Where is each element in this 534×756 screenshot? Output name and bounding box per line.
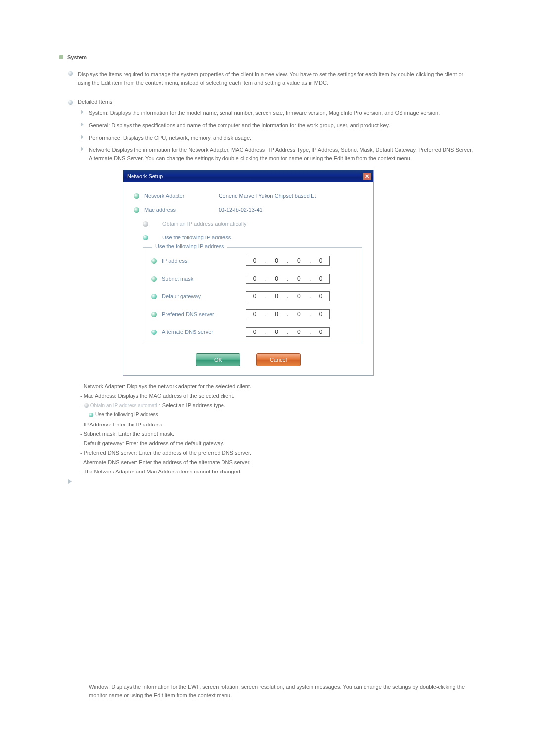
- section-title: System: [67, 54, 87, 60]
- ip-manual-row: Use the following IP address: [143, 235, 362, 240]
- ok-button[interactable]: OK: [196, 353, 240, 366]
- inline-label: Use the following IP address: [95, 411, 158, 419]
- field-label: IP address: [162, 258, 246, 264]
- octet[interactable]: 0: [293, 293, 304, 300]
- octet[interactable]: 0: [315, 329, 326, 335]
- octet[interactable]: 0: [315, 257, 326, 264]
- ip-address-input[interactable]: 0. 0. 0. 0: [246, 256, 330, 266]
- dot-icon: [151, 312, 157, 317]
- network-setup-dialog: Network Setup ✕ Network Adapter Generic …: [123, 170, 374, 376]
- arrow-icon: [81, 110, 85, 117]
- octet[interactable]: 0: [249, 329, 260, 335]
- inline-option-manual: Use the following IP address: [89, 411, 158, 419]
- octet[interactable]: 0: [249, 293, 260, 300]
- dialog-screenshot: Network Setup ✕ Network Adapter Generic …: [123, 170, 475, 376]
- ip-manual-label: Use the following IP address: [162, 235, 231, 240]
- dialog-title: Network Setup: [127, 173, 163, 179]
- adapter-value: Generic Marvell Yukon Chipset based Et: [219, 193, 316, 199]
- arrow-icon: [81, 147, 85, 163]
- field-label: Alternate DNS server: [162, 329, 246, 335]
- gateway-input[interactable]: 0. 0. 0. 0: [246, 291, 330, 301]
- fieldset-legend: Use the following IP address: [152, 243, 227, 249]
- list-text: General: Displays the specifications and…: [89, 121, 390, 130]
- inline-label: Obtain an IP address automati: [90, 402, 157, 410]
- notes-block: - Network Adapter: Displays the network …: [80, 382, 475, 476]
- adapter-label: Network Adapter: [144, 193, 219, 199]
- mac-value: 00-12-fb-02-13-41: [219, 207, 263, 213]
- octet[interactable]: 0: [271, 293, 282, 300]
- section-bullet-icon: [59, 55, 63, 59]
- octet[interactable]: 0: [293, 329, 304, 335]
- section-header: System: [59, 54, 475, 60]
- alternate-dns-row: Alternate DNS server 0. 0. 0. 0: [151, 327, 354, 337]
- ip-address-row: IP address 0. 0. 0. 0: [151, 256, 354, 266]
- dot-icon: [151, 258, 157, 264]
- dot-icon: [134, 207, 139, 213]
- octet[interactable]: 0: [293, 275, 304, 282]
- ip-fieldset: Use the following IP address IP address …: [143, 247, 362, 344]
- alternate-dns-input[interactable]: 0. 0. 0. 0: [246, 327, 330, 337]
- radio-icon: [84, 403, 89, 408]
- gateway-row: Default gateway 0. 0. 0. 0: [151, 291, 354, 301]
- list-text: Performance: Displays the CPU, network, …: [89, 134, 251, 142]
- octet[interactable]: 0: [249, 311, 260, 318]
- octet[interactable]: 0: [249, 257, 260, 264]
- octet[interactable]: 0: [315, 311, 326, 318]
- note-suffix: : Select an IP address type.: [159, 401, 225, 410]
- cancel-button[interactable]: Cancel: [256, 353, 301, 366]
- octet[interactable]: 0: [315, 293, 326, 300]
- arrow-icon: [81, 122, 85, 130]
- note-line: - Altermate DNS server: Enter the addres…: [80, 458, 475, 467]
- radio-icon[interactable]: [143, 221, 148, 227]
- octet[interactable]: 0: [271, 311, 282, 318]
- octet[interactable]: 0: [293, 311, 304, 318]
- note-prefix: -: [80, 401, 82, 410]
- dot-icon: [151, 276, 157, 282]
- detailed-title: Detailed Items: [78, 99, 112, 105]
- bottom-paragraph: Window: Displays the information for the…: [89, 683, 475, 700]
- bullet-icon: [68, 71, 73, 76]
- note-line: - The Network Adapter and Mac Address it…: [80, 468, 475, 476]
- close-icon[interactable]: ✕: [363, 173, 371, 180]
- list-item: Performance: Displays the CPU, network, …: [80, 134, 475, 142]
- titlebar: Network Setup ✕: [123, 170, 373, 182]
- note-line: - IP Address: Enter the IP address.: [80, 421, 475, 429]
- octet[interactable]: 0: [271, 257, 282, 264]
- adapter-row: Network Adapter Generic Marvell Yukon Ch…: [134, 193, 362, 199]
- note-line: - Preferred DNS server: Enter the addres…: [80, 449, 475, 457]
- detailed-header: Detailed Items: [68, 99, 475, 105]
- dot-icon: [151, 330, 157, 335]
- note-line: Use the following IP address: [87, 411, 475, 419]
- radio-icon: [89, 413, 93, 417]
- page-content: System Displays the items required to ma…: [0, 0, 534, 724]
- list-item: Network: Displays the information for th…: [80, 146, 475, 163]
- octet[interactable]: 0: [271, 275, 282, 282]
- field-label: Default gateway: [162, 293, 246, 299]
- arrow-icon: [68, 479, 475, 485]
- subnet-row: Subnet mask 0. 0. 0. 0: [151, 274, 354, 284]
- button-row: OK Cancel: [134, 353, 362, 366]
- inline-option-auto: Obtain an IP address automati: [84, 402, 157, 410]
- note-line: - Mac Address: Displays the MAC address …: [80, 392, 475, 400]
- bullet-icon: [68, 100, 73, 105]
- dot-icon: [134, 193, 139, 199]
- list-text: System: Displays the information for the…: [89, 109, 440, 117]
- list-text: Network: Displays the information for th…: [89, 146, 475, 163]
- preferred-dns-row: Preferred DNS server 0. 0. 0. 0: [151, 309, 354, 319]
- field-label: Subnet mask: [162, 276, 246, 282]
- octet[interactable]: 0: [293, 257, 304, 264]
- preferred-dns-input[interactable]: 0. 0. 0. 0: [246, 309, 330, 319]
- radio-icon[interactable]: [143, 235, 148, 240]
- dialog-body: Network Adapter Generic Marvell Yukon Ch…: [123, 182, 373, 375]
- octet[interactable]: 0: [271, 329, 282, 335]
- octet[interactable]: 0: [249, 275, 260, 282]
- note-line: - Obtain an IP address automati : Select…: [80, 401, 475, 410]
- mac-row: Mac address 00-12-fb-02-13-41: [134, 207, 362, 213]
- mac-label: Mac address: [144, 207, 219, 213]
- note-line: - Default gateway: Enter the address of …: [80, 439, 475, 448]
- subnet-input[interactable]: 0. 0. 0. 0: [246, 274, 330, 284]
- note-line: - Subnet mask: Enter the subnet mask.: [80, 430, 475, 438]
- dot-icon: [151, 294, 157, 299]
- octet[interactable]: 0: [315, 275, 326, 282]
- ip-auto-label: Obtain an IP address automatically: [162, 221, 246, 227]
